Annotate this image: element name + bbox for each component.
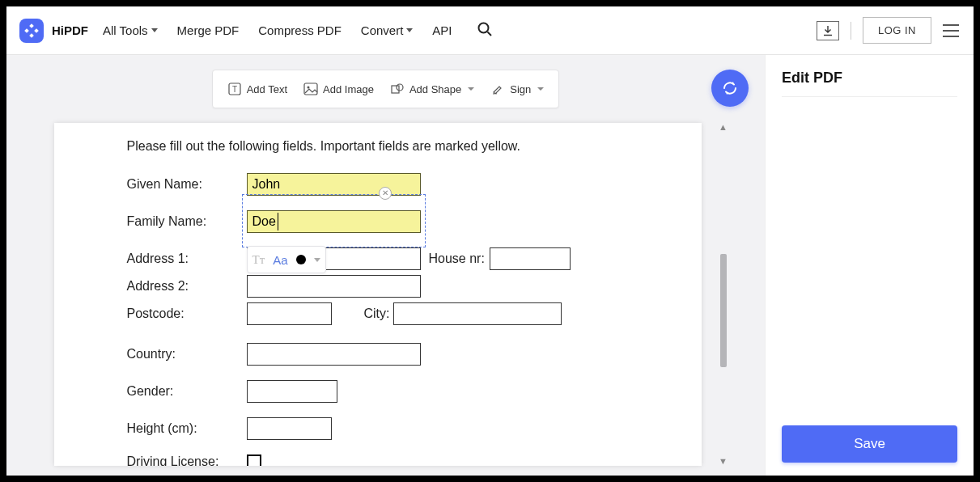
chevron-down-icon xyxy=(314,258,320,262)
city-field[interactable] xyxy=(393,302,562,325)
family-name-field[interactable] xyxy=(247,210,421,233)
search-icon xyxy=(477,21,493,37)
country-field[interactable] xyxy=(247,343,421,366)
font-family-button[interactable]: Tт xyxy=(252,253,265,267)
svg-rect-2 xyxy=(34,28,39,33)
instruction-text: Please fill out the following fields. Im… xyxy=(127,139,679,154)
nav-api-label: API xyxy=(432,23,452,37)
svg-rect-1 xyxy=(24,28,29,33)
add-shape-button[interactable]: Add Shape xyxy=(382,70,482,108)
refresh-button[interactable] xyxy=(711,70,749,107)
address2-label: Address 2: xyxy=(127,279,247,294)
nav-merge-label: Merge PDF xyxy=(177,23,240,37)
add-shape-label: Add Shape xyxy=(409,83,461,95)
header-bar: HiPDF All Tools Merge PDF Compress PDF C… xyxy=(6,6,974,55)
chevron-down-icon xyxy=(151,28,158,32)
download-icon xyxy=(822,25,834,36)
given-name-label: Given Name: xyxy=(127,177,247,192)
editor-canvas: T Add Text Add Image Add Shape xyxy=(6,55,765,476)
sign-button[interactable]: Sign xyxy=(482,70,552,108)
pdf-page: Please fill out the following fields. Im… xyxy=(54,123,702,466)
shape-icon xyxy=(390,82,405,96)
svg-rect-3 xyxy=(29,33,34,38)
address2-field[interactable] xyxy=(247,275,421,298)
chevron-down-icon xyxy=(406,28,413,32)
nav-merge-pdf[interactable]: Merge PDF xyxy=(177,23,240,37)
gender-label: Gender: xyxy=(127,384,247,399)
add-text-button[interactable]: T Add Text xyxy=(219,70,295,108)
address1-label: Address 1: xyxy=(127,252,247,266)
house-nr-label: House nr: xyxy=(429,252,485,266)
family-name-label: Family Name: xyxy=(127,214,247,229)
brand-name: HiPDF xyxy=(52,23,88,37)
height-field[interactable] xyxy=(247,417,332,440)
svg-point-4 xyxy=(478,23,488,32)
svg-text:T: T xyxy=(232,85,237,94)
gender-field[interactable] xyxy=(247,380,337,403)
given-name-field[interactable] xyxy=(247,173,421,196)
driving-license-checkbox[interactable] xyxy=(247,455,261,466)
download-button[interactable] xyxy=(817,21,839,40)
edit-toolbar: T Add Text Add Image Add Shape xyxy=(212,70,560,108)
text-cursor xyxy=(278,213,278,230)
nav-convert[interactable]: Convert xyxy=(361,23,414,37)
search-button[interactable] xyxy=(477,21,493,40)
svg-rect-0 xyxy=(29,23,34,28)
svg-point-10 xyxy=(308,87,310,89)
scroll-down-arrow-icon: ▼ xyxy=(718,457,729,466)
login-button[interactable]: LOG IN xyxy=(863,17,931,44)
vertical-divider xyxy=(851,22,851,40)
svg-rect-9 xyxy=(304,83,317,95)
font-style-button[interactable]: Aa xyxy=(273,253,287,267)
add-text-label: Add Text xyxy=(247,83,287,95)
right-panel: Edit PDF Save xyxy=(765,55,974,476)
sign-icon xyxy=(490,82,505,96)
svg-line-5 xyxy=(487,32,491,36)
postcode-field[interactable] xyxy=(247,302,332,325)
driving-license-label: Driving License: xyxy=(127,455,247,466)
scroll-up-arrow-icon: ▲ xyxy=(718,123,729,132)
panel-title: Edit PDF xyxy=(782,70,957,97)
height-label: Height (cm): xyxy=(127,421,247,436)
nav-api[interactable]: API xyxy=(432,23,452,37)
postcode-label: Postcode: xyxy=(127,307,247,321)
image-icon xyxy=(303,82,318,96)
text-format-toolbar: Tт Aa xyxy=(247,246,326,273)
page-scrollbar[interactable]: ▲ ▼ xyxy=(718,123,729,466)
nav-all-tools[interactable]: All Tools xyxy=(103,23,158,37)
save-button[interactable]: Save xyxy=(782,425,957,463)
nav-compress-pdf[interactable]: Compress PDF xyxy=(258,23,342,37)
add-image-button[interactable]: Add Image xyxy=(295,70,382,108)
selection-close-button[interactable]: ✕ xyxy=(379,187,392,200)
sign-label: Sign xyxy=(510,83,531,95)
nav-compress-label: Compress PDF xyxy=(258,23,342,37)
add-image-label: Add Image xyxy=(323,83,374,95)
city-label: City: xyxy=(364,307,390,321)
nav-convert-label: Convert xyxy=(361,23,404,37)
app-logo xyxy=(19,19,44,43)
country-label: Country: xyxy=(127,347,247,362)
nav-all-tools-label: All Tools xyxy=(103,23,148,37)
scrollbar-thumb[interactable] xyxy=(720,254,727,367)
menu-button[interactable] xyxy=(943,24,959,37)
text-icon: T xyxy=(227,82,242,96)
refresh-icon xyxy=(721,79,739,97)
svg-point-12 xyxy=(397,84,403,91)
chevron-down-icon xyxy=(468,87,474,91)
house-nr-field[interactable] xyxy=(490,247,571,270)
text-color-button[interactable] xyxy=(296,255,306,264)
chevron-down-icon xyxy=(537,87,544,91)
